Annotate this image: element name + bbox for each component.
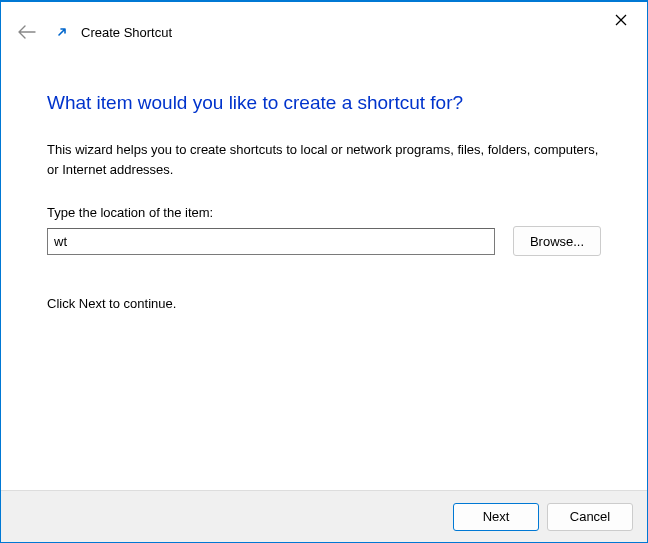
dialog-header: Create Shortcut	[17, 22, 631, 42]
back-button[interactable]	[17, 22, 37, 42]
continue-instruction: Click Next to continue.	[47, 296, 601, 311]
dialog-title: Create Shortcut	[81, 25, 172, 40]
dialog-footer: Next Cancel	[1, 490, 647, 542]
cancel-button[interactable]: Cancel	[547, 503, 633, 531]
shortcut-icon	[55, 25, 69, 39]
dialog-content: What item would you like to create a sho…	[47, 92, 601, 311]
back-arrow-icon	[18, 25, 36, 39]
location-input[interactable]	[47, 228, 495, 255]
wizard-description: This wizard helps you to create shortcut…	[47, 140, 601, 179]
location-label: Type the location of the item:	[47, 205, 601, 220]
location-input-row: Browse...	[47, 226, 601, 256]
next-button[interactable]: Next	[453, 503, 539, 531]
create-shortcut-dialog: Create Shortcut What item would you like…	[0, 0, 648, 543]
page-heading: What item would you like to create a sho…	[47, 92, 601, 114]
browse-button[interactable]: Browse...	[513, 226, 601, 256]
